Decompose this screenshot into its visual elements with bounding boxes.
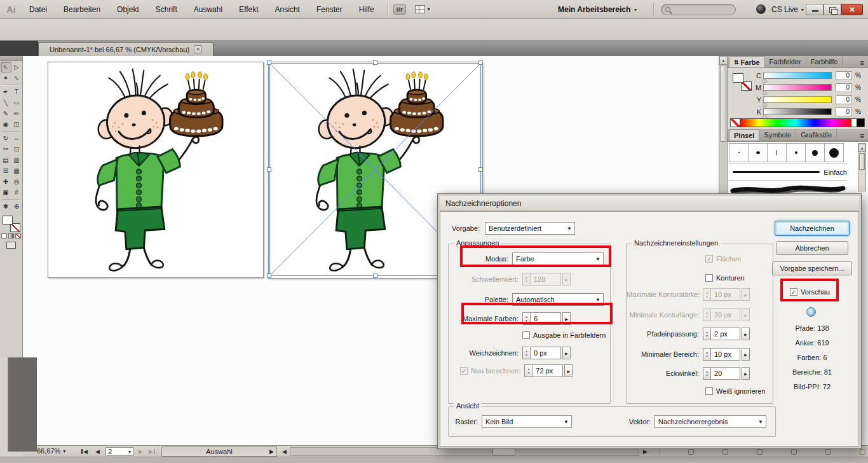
tools-panel-grip[interactable] — [0, 56, 22, 61]
pen-tool[interactable]: ✒ — [1, 86, 11, 97]
resample-stepper[interactable]: ▲▼ 72 px ▶ — [524, 364, 573, 377]
zoom-tool[interactable]: ⊕ — [11, 201, 22, 212]
popup-arrow-icon[interactable]: ▶ — [562, 347, 571, 359]
search-input[interactable] — [673, 6, 730, 13]
paintbrush-tool[interactable]: ✎ — [1, 108, 11, 119]
tab-farbfelder[interactable]: Farbfelder — [765, 56, 806, 67]
popup-arrow-icon[interactable]: ▶ — [742, 348, 750, 361]
menu-fenster[interactable]: Fenster — [308, 0, 351, 19]
panel-fill-stroke-indicator[interactable] — [733, 73, 752, 91]
menu-schrift[interactable]: Schrift — [147, 0, 186, 19]
selection-handle-sw[interactable] — [267, 273, 271, 278]
corner-angle-stepper[interactable]: ▲▼ 20 ▶ — [703, 367, 750, 380]
menu-hilfe[interactable]: Hilfe — [351, 0, 383, 19]
none-mode-button[interactable] — [15, 233, 21, 238]
scroll-right-icon[interactable]: ▶ — [643, 448, 648, 455]
resample-value[interactable]: 72 px — [532, 364, 563, 377]
blend-tool[interactable]: ◎ — [11, 176, 22, 187]
slider-knob-icon[interactable] — [762, 102, 767, 106]
close-window-button[interactable]: ✕ — [841, 4, 863, 15]
screen-mode-button[interactable] — [6, 242, 16, 249]
brush-swatch[interactable] — [767, 143, 787, 162]
color-panel-menu-icon[interactable]: ≡ — [856, 59, 868, 67]
stepper-arrows-icon[interactable]: ▲▼ — [524, 364, 532, 377]
min-area-value[interactable]: 10 px — [711, 348, 740, 361]
path-fitting-value[interactable]: 2 px — [711, 328, 740, 340]
preset-select[interactable]: Benutzerdefiniert ▼ — [485, 222, 575, 235]
chevron-down-icon[interactable]: ▾ — [428, 6, 430, 12]
brushes-scrollbar[interactable]: ▲ — [858, 143, 866, 191]
stepper-arrows-icon[interactable]: ▲▼ — [703, 328, 711, 340]
chevron-down-icon[interactable]: ▾ — [801, 7, 804, 13]
direct-selection-tool[interactable]: ▷ — [11, 62, 22, 73]
width-tool[interactable]: ✂ — [1, 144, 11, 155]
color-mode-button[interactable] — [1, 233, 7, 238]
brush-swatch[interactable] — [805, 143, 825, 162]
tab-grafikstile[interactable]: Grafikstile — [796, 129, 837, 141]
tab-pinsel[interactable]: Pinsel — [729, 129, 759, 141]
restore-button[interactable] — [824, 4, 841, 15]
scroll-up-icon[interactable]: ▲ — [858, 144, 865, 152]
stepper-arrows-icon[interactable]: ▲▼ — [703, 348, 711, 361]
free-transform-tool[interactable]: ⊡ — [11, 144, 22, 155]
magenta-value[interactable]: 0 — [836, 83, 852, 92]
arrange-documents-icon[interactable] — [415, 5, 425, 13]
menu-effekt[interactable]: Effekt — [231, 0, 266, 19]
rotate-tool[interactable]: ↻ — [1, 133, 11, 144]
brushes-panel-menu-icon[interactable]: ≡ — [856, 132, 868, 141]
stepper-arrows-icon[interactable]: ▲▼ — [522, 347, 531, 359]
white-swatch[interactable] — [851, 119, 857, 127]
slice-tool[interactable]: # — [11, 187, 22, 198]
status-menu-arrow-icon[interactable]: ▶ — [269, 448, 274, 455]
selection-handle-nw[interactable] — [267, 60, 271, 65]
gradient-mode-button[interactable] — [8, 233, 14, 238]
artboard-tool[interactable]: ▣ — [1, 187, 11, 198]
min-area-stepper[interactable]: ▲▼ 10 px ▶ — [703, 348, 750, 361]
black-slider[interactable] — [763, 108, 832, 115]
type-tool[interactable]: T — [11, 86, 22, 97]
document-tab[interactable]: Unbenannt-1* bei 66,67 % (CMYK/Vorschau)… — [38, 42, 214, 56]
rectangle-tool[interactable]: ▭ — [11, 97, 22, 108]
first-artboard-button[interactable]: ◀ — [81, 448, 88, 455]
selection-handle-e[interactable] — [478, 167, 483, 172]
stroke-swatch[interactable] — [10, 223, 20, 232]
lasso-tool[interactable]: ∿ — [11, 73, 22, 83]
menu-objekt[interactable]: Objekt — [109, 0, 147, 19]
tab-farbe[interactable]: ⇅ Farbe — [729, 56, 765, 67]
fill-swatch[interactable] — [3, 216, 13, 225]
output-swatches-checkbox[interactable]: ✓ Ausgabe in Farbfeldern — [522, 331, 606, 339]
minimize-button[interactable] — [806, 4, 824, 15]
slider-knob-icon[interactable] — [762, 78, 767, 82]
mesh-tool[interactable]: ⊞ — [1, 165, 11, 176]
fill-stroke-indicator[interactable] — [3, 216, 20, 232]
pencil-tool[interactable]: ✏ — [11, 108, 22, 119]
vertical-scroll-thumb[interactable] — [720, 66, 726, 142]
brush-simple[interactable]: Einfach — [729, 163, 847, 180]
yellow-slider[interactable] — [763, 96, 832, 103]
artboard-number-select[interactable]: 2 ▾ — [105, 447, 133, 456]
brush-swatch[interactable] — [786, 143, 806, 162]
none-swatch[interactable] — [731, 119, 740, 127]
symbol-sprayer-tool[interactable]: ▤ — [1, 155, 11, 165]
menu-bearbeiten[interactable]: Bearbeiten — [55, 0, 109, 19]
save-preset-button[interactable]: Vorgabe speichern... — [772, 261, 852, 275]
hand-tool[interactable]: ✱ — [1, 201, 11, 212]
selection-handle-n[interactable] — [373, 60, 377, 65]
search-box[interactable] — [661, 4, 736, 15]
blur-stepper[interactable]: ▲▼ 0 px ▶ — [522, 347, 571, 359]
blob-brush-tool[interactable]: ◉ — [1, 119, 11, 130]
color-spectrum-bar[interactable] — [730, 118, 865, 127]
selection-handle-w[interactable] — [267, 167, 271, 172]
selection-handle-s[interactable] — [373, 273, 377, 278]
next-artboard-button[interactable]: ▶ — [139, 448, 143, 455]
trace-button[interactable]: Nachzeichnen — [775, 221, 850, 236]
cyan-value[interactable]: 0 — [836, 71, 852, 80]
popup-arrow-icon[interactable]: ▶ — [564, 364, 573, 377]
popup-arrow-icon[interactable]: ▶ — [742, 367, 750, 380]
blur-value[interactable]: 0 px — [531, 347, 561, 359]
chevron-down-icon[interactable]: ▾ — [634, 7, 637, 13]
tab-symbole[interactable]: Symbole — [759, 129, 796, 141]
corner-angle-value[interactable]: 20 — [711, 367, 740, 380]
spectrum-ramp[interactable] — [740, 119, 851, 127]
brush-swatch[interactable] — [824, 143, 844, 162]
